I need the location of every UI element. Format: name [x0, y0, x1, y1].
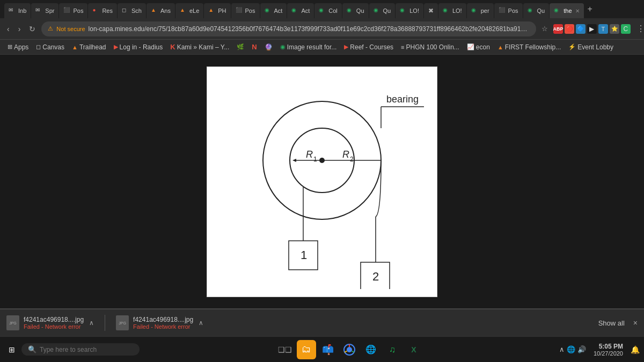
bookmark-apps-label: Apps: [14, 43, 28, 51]
tab-lo1[interactable]: ◉LO!: [396, 3, 423, 18]
ext-icon-4[interactable]: T: [598, 24, 608, 34]
tab-ele[interactable]: ▲eLe: [175, 3, 203, 18]
taskbar-icon-email[interactable]: 📫: [318, 340, 338, 359]
extension-icons: ABP 🔴 🔷 ▶ T ⭐ C: [553, 24, 631, 34]
tab-pos1[interactable]: ⬛Pos: [59, 3, 87, 18]
tab-qu1[interactable]: ◉Qu: [342, 3, 369, 18]
ext-icon-2[interactable]: 🔷: [576, 24, 586, 34]
taskbar-icon-chrome[interactable]: [340, 340, 359, 359]
tab-inbox[interactable]: ✉Inb: [4, 3, 31, 18]
tab-bar: ✉Inb ✉Spr ⬛Pos ●Res ◻Sch ▲Ans ▲eLe ▲PH ⬛…: [0, 0, 644, 18]
radius-icon: ▶: [114, 43, 118, 50]
svg-text:2: 2: [350, 156, 354, 163]
bookmark-star-button[interactable]: ☆: [539, 24, 550, 34]
tab-ans[interactable]: ▲Ans: [147, 3, 175, 18]
bookmark-image-result[interactable]: ◉ Image result for...: [277, 42, 340, 52]
browser-menu-button[interactable]: ⋮: [634, 23, 644, 35]
ext-icon-3[interactable]: ▶: [587, 24, 597, 34]
bookmark-kami[interactable]: K Kami » Kami – Y...: [167, 42, 232, 52]
econ-icon: 📈: [467, 43, 474, 50]
back-button[interactable]: ‹: [4, 24, 12, 34]
svg-text:R: R: [306, 149, 313, 160]
download-filename-2: f4241ac496918....jpg: [133, 316, 193, 323]
ext-abp-icon[interactable]: ABP: [553, 24, 563, 34]
bookmark-radius-label: Log in - Radius: [120, 43, 163, 51]
download-info-1: f4241ac496918....jpg Failed - Network er…: [24, 316, 84, 330]
tab-pos3[interactable]: ⬛Pos: [494, 3, 523, 18]
bookmark-event-lobby-label: Event Lobby: [577, 43, 613, 51]
tab-pos2[interactable]: ⬛Pos: [231, 3, 260, 18]
plant-icon: 🌿: [237, 43, 244, 50]
taskbar-icon-edge[interactable]: 🌐: [361, 340, 380, 359]
taskbar-right: ∧ 🌐 🔊 5:05 PM 10/27/2020 🔔: [559, 342, 640, 358]
svg-text:2: 2: [372, 270, 379, 283]
divider: [105, 315, 105, 331]
taskbar-left: ⊞ 🔍: [4, 343, 140, 356]
start-button[interactable]: ⊞: [4, 343, 19, 356]
tab-lo2[interactable]: ◉LO!: [438, 3, 466, 18]
bookmark-plant[interactable]: 🌿: [233, 42, 247, 51]
tab-sch[interactable]: ◻Sch: [118, 3, 146, 18]
notification-button[interactable]: 🔔: [631, 345, 640, 354]
url-actions: ☆: [539, 24, 550, 34]
taskbar-icon-file-explorer[interactable]: 🗂: [297, 340, 316, 359]
ext-icon-5[interactable]: ⭐: [610, 24, 619, 34]
tab-spr[interactable]: ✉Spr: [31, 3, 58, 18]
tab-res[interactable]: ●Res: [88, 3, 117, 18]
tab-col[interactable]: ◉Col: [314, 3, 342, 18]
bearing-diagram-svg: R 1 R 2 bearing 1 2: [220, 75, 424, 289]
tab-qu3[interactable]: ◉Qu: [523, 3, 550, 18]
bookmark-n[interactable]: N: [248, 42, 260, 52]
close-downloads-bar-button[interactable]: ×: [633, 319, 638, 327]
ext-icon-6[interactable]: C: [621, 24, 631, 34]
new-tab-button[interactable]: +: [584, 4, 596, 14]
bookmark-reef-courses[interactable]: ▶ Reef - Courses: [341, 42, 397, 52]
tab-per[interactable]: ◉per: [467, 3, 494, 18]
tab-act1[interactable]: ◉Act: [260, 3, 287, 18]
first-fellowship-icon: ▲: [497, 44, 503, 50]
main-content: R 1 R 2 bearing 1 2: [0, 55, 644, 308]
current-time: 5:05 PM: [594, 343, 623, 350]
svg-text:1: 1: [313, 156, 317, 163]
download-file-icon-1: JPG: [6, 315, 19, 330]
tab-x[interactable]: ✖: [424, 3, 438, 18]
forward-button[interactable]: ›: [16, 24, 24, 34]
tab-ph[interactable]: ▲PH: [204, 3, 230, 18]
download-chevron-2[interactable]: ∧: [199, 319, 203, 327]
download-status-2: Failed - Network error: [133, 323, 193, 330]
tab-act2[interactable]: ◉Act: [287, 3, 314, 18]
url-bar[interactable]: ⚠ Not secure lon-capa.mines.edu/enc/75/1…: [41, 21, 536, 36]
tab-qu2[interactable]: ◉Qu: [369, 3, 396, 18]
taskbar-search-bar[interactable]: 🔍: [21, 343, 140, 356]
svg-text:bearing: bearing: [386, 94, 419, 105]
taskbar-search-input[interactable]: [40, 346, 126, 353]
taskbar-center: ❑❑ 🗂 📫 🌐 ♫ X: [140, 340, 559, 359]
show-all-button[interactable]: Show all: [594, 317, 629, 329]
bookmark-log-in-radius[interactable]: ▶ Log in - Radius: [111, 42, 166, 52]
ext-icon-1[interactable]: 🔴: [565, 24, 574, 34]
network-icon[interactable]: 🌐: [567, 345, 575, 353]
taskbar-icon-excel[interactable]: X: [404, 340, 423, 359]
svg-text:1: 1: [301, 248, 307, 262]
chevron-up-icon[interactable]: ∧: [559, 345, 565, 353]
clock[interactable]: 5:05 PM 10/27/2020: [590, 342, 626, 358]
bookmark-image-label: Image result for...: [287, 43, 337, 51]
tab-the[interactable]: ◉the✕: [550, 3, 583, 18]
browser-chrome: ✉Inb ✉Spr ⬛Pos ●Res ◻Sch ▲Ans ▲eLe ▲PH ⬛…: [0, 0, 644, 55]
reload-button[interactable]: ↻: [26, 24, 38, 34]
download-file-icon-2: JPG: [116, 315, 129, 330]
bookmark-phgn[interactable]: ≡ PHGN 100 Onlin...: [398, 42, 463, 52]
download-filename-1: f4241ac496918....jpg: [24, 316, 84, 323]
bookmark-apps[interactable]: ⊞ Apps: [4, 42, 32, 52]
bookmark-event-lobby[interactable]: ⚡ Event Lobby: [565, 42, 617, 52]
speaker-icon[interactable]: 🔊: [577, 345, 586, 353]
bookmark-kami-label: Kami » Kami – Y...: [177, 43, 230, 51]
bookmark-purple[interactable]: 🔮: [261, 42, 276, 52]
bookmark-trailhead[interactable]: ▲ Trailhead: [69, 42, 109, 52]
bookmark-canvas[interactable]: ◻ Canvas: [33, 42, 68, 52]
bookmark-econ[interactable]: 📈 econ: [464, 42, 493, 52]
taskbar-icon-task-view[interactable]: ❑❑: [275, 340, 295, 359]
download-chevron-1[interactable]: ∧: [89, 319, 94, 327]
taskbar-icon-spotify[interactable]: ♫: [383, 340, 402, 359]
bookmark-first-fellowship[interactable]: ▲ FIRST Fellowship...: [494, 42, 564, 52]
